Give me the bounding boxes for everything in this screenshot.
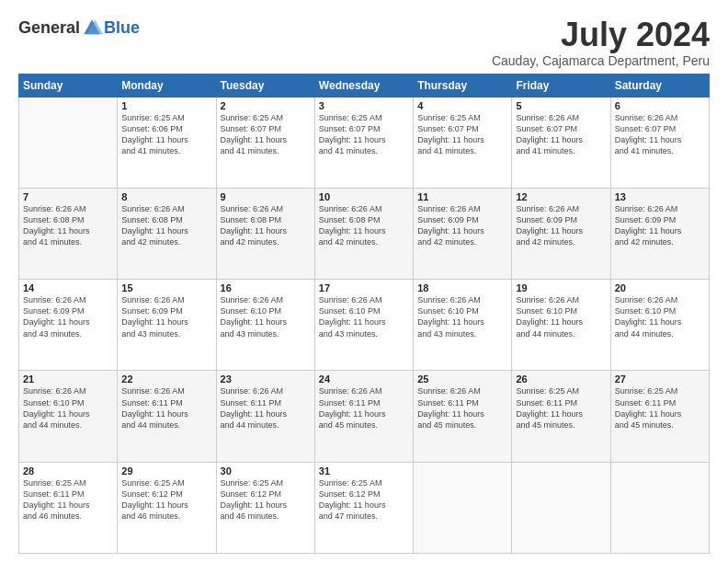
day-info: Sunrise: 6:26 AM Sunset: 6:08 PM Dayligh… [121, 203, 211, 248]
day-number: 29 [121, 465, 211, 477]
col-header-thursday: Thursday [414, 74, 512, 97]
week-row-5: 28Sunrise: 6:25 AM Sunset: 6:11 PM Dayli… [19, 462, 710, 553]
day-info: Sunrise: 6:26 AM Sunset: 6:09 PM Dayligh… [615, 203, 705, 248]
day-info: Sunrise: 6:26 AM Sunset: 6:11 PM Dayligh… [221, 385, 311, 431]
day-info: Sunrise: 6:25 AM Sunset: 6:06 PM Dayligh… [121, 112, 211, 157]
day-cell: 9Sunrise: 6:26 AM Sunset: 6:08 PM Daylig… [216, 188, 314, 279]
day-number: 3 [319, 100, 409, 111]
day-number: 17 [319, 282, 409, 293]
day-cell: 29Sunrise: 6:25 AM Sunset: 6:12 PM Dayli… [118, 462, 216, 553]
day-cell: 31Sunrise: 6:25 AM Sunset: 6:12 PM Dayli… [314, 462, 413, 553]
day-cell: 19Sunrise: 6:26 AM Sunset: 6:10 PM Dayli… [512, 280, 610, 371]
day-info: Sunrise: 6:25 AM Sunset: 6:12 PM Dayligh… [221, 477, 311, 523]
day-cell: 1Sunrise: 6:25 AM Sunset: 6:06 PM Daylig… [118, 97, 216, 188]
day-cell [512, 462, 610, 553]
day-info: Sunrise: 6:26 AM Sunset: 6:10 PM Dayligh… [319, 294, 409, 339]
day-number: 23 [221, 373, 311, 385]
col-header-sunday: Sunday [19, 74, 118, 97]
day-info: Sunrise: 6:26 AM Sunset: 6:10 PM Dayligh… [615, 294, 705, 339]
day-number: 22 [121, 373, 211, 385]
day-info: Sunrise: 6:26 AM Sunset: 6:08 PM Dayligh… [319, 203, 409, 248]
day-info: Sunrise: 6:26 AM Sunset: 6:09 PM Dayligh… [417, 203, 507, 248]
day-number: 4 [417, 100, 507, 111]
day-info: Sunrise: 6:26 AM Sunset: 6:10 PM Dayligh… [417, 294, 507, 339]
day-cell: 12Sunrise: 6:26 AM Sunset: 6:09 PM Dayli… [512, 188, 610, 279]
day-cell: 8Sunrise: 6:26 AM Sunset: 6:08 PM Daylig… [118, 188, 216, 279]
day-info: Sunrise: 6:25 AM Sunset: 6:11 PM Dayligh… [615, 385, 705, 431]
day-cell: 20Sunrise: 6:26 AM Sunset: 6:10 PM Dayli… [610, 280, 709, 371]
day-number: 18 [417, 282, 507, 293]
day-cell: 11Sunrise: 6:26 AM Sunset: 6:09 PM Dayli… [414, 188, 512, 279]
day-info: Sunrise: 6:26 AM Sunset: 6:09 PM Dayligh… [121, 294, 211, 339]
day-info: Sunrise: 6:26 AM Sunset: 6:09 PM Dayligh… [516, 203, 606, 248]
logo-blue: Blue [104, 18, 140, 38]
day-info: Sunrise: 6:26 AM Sunset: 6:11 PM Dayligh… [319, 385, 409, 431]
week-row-1: 1Sunrise: 6:25 AM Sunset: 6:06 PM Daylig… [19, 97, 710, 188]
day-info: Sunrise: 6:26 AM Sunset: 6:07 PM Dayligh… [615, 112, 705, 157]
day-info: Sunrise: 6:26 AM Sunset: 6:10 PM Dayligh… [516, 294, 606, 339]
month-title: July 2024 [492, 17, 710, 53]
day-number: 26 [516, 373, 606, 385]
col-header-monday: Monday [118, 74, 216, 97]
day-number: 10 [319, 191, 409, 202]
day-number: 20 [615, 282, 705, 293]
day-info: Sunrise: 6:25 AM Sunset: 6:11 PM Dayligh… [23, 477, 113, 523]
day-number: 16 [221, 282, 311, 293]
day-info: Sunrise: 6:25 AM Sunset: 6:11 PM Dayligh… [516, 385, 606, 431]
logo-general: General [18, 18, 80, 38]
day-cell [19, 97, 118, 188]
day-number: 12 [516, 191, 606, 202]
week-row-4: 21Sunrise: 6:26 AM Sunset: 6:10 PM Dayli… [19, 371, 710, 462]
calendar-table: SundayMondayTuesdayWednesdayThursdayFrid… [18, 74, 710, 554]
day-number: 15 [121, 282, 211, 293]
day-cell: 30Sunrise: 6:25 AM Sunset: 6:12 PM Dayli… [216, 462, 314, 553]
day-number: 28 [23, 465, 113, 477]
day-cell: 4Sunrise: 6:25 AM Sunset: 6:07 PM Daylig… [414, 97, 512, 188]
day-info: Sunrise: 6:25 AM Sunset: 6:07 PM Dayligh… [221, 112, 311, 157]
day-number: 30 [221, 465, 311, 477]
day-cell: 2Sunrise: 6:25 AM Sunset: 6:07 PM Daylig… [216, 97, 314, 188]
day-number: 25 [417, 373, 507, 385]
day-info: Sunrise: 6:26 AM Sunset: 6:08 PM Dayligh… [23, 203, 113, 248]
day-number: 19 [516, 282, 606, 293]
day-info: Sunrise: 6:26 AM Sunset: 6:08 PM Dayligh… [221, 203, 311, 248]
day-info: Sunrise: 6:26 AM Sunset: 6:07 PM Dayligh… [516, 112, 606, 157]
location: Cauday, Cajamarca Department, Peru [492, 53, 710, 68]
day-cell: 27Sunrise: 6:25 AM Sunset: 6:11 PM Dayli… [610, 371, 709, 462]
day-cell: 13Sunrise: 6:26 AM Sunset: 6:09 PM Dayli… [610, 188, 709, 279]
header-row: SundayMondayTuesdayWednesdayThursdayFrid… [19, 74, 710, 97]
week-row-3: 14Sunrise: 6:26 AM Sunset: 6:09 PM Dayli… [19, 280, 710, 371]
day-cell: 6Sunrise: 6:26 AM Sunset: 6:07 PM Daylig… [610, 97, 709, 188]
day-cell: 17Sunrise: 6:26 AM Sunset: 6:10 PM Dayli… [314, 280, 413, 371]
day-cell [610, 462, 709, 553]
day-info: Sunrise: 6:25 AM Sunset: 6:12 PM Dayligh… [121, 477, 211, 523]
day-cell: 23Sunrise: 6:26 AM Sunset: 6:11 PM Dayli… [216, 371, 314, 462]
day-cell: 15Sunrise: 6:26 AM Sunset: 6:09 PM Dayli… [118, 280, 216, 371]
header: General Blue July 2024 Cauday, Cajamarca… [18, 17, 710, 68]
day-number: 14 [23, 282, 113, 293]
col-header-friday: Friday [512, 74, 610, 97]
day-cell: 24Sunrise: 6:26 AM Sunset: 6:11 PM Dayli… [314, 371, 413, 462]
day-info: Sunrise: 6:25 AM Sunset: 6:07 PM Dayligh… [319, 112, 409, 157]
day-number: 13 [615, 191, 705, 202]
day-number: 6 [615, 100, 705, 111]
day-cell: 22Sunrise: 6:26 AM Sunset: 6:11 PM Dayli… [118, 371, 216, 462]
week-row-2: 7Sunrise: 6:26 AM Sunset: 6:08 PM Daylig… [19, 188, 710, 279]
day-info: Sunrise: 6:26 AM Sunset: 6:11 PM Dayligh… [417, 385, 507, 431]
day-number: 1 [121, 100, 211, 111]
logo-icon [81, 17, 103, 39]
day-cell: 16Sunrise: 6:26 AM Sunset: 6:10 PM Dayli… [216, 280, 314, 371]
day-cell: 14Sunrise: 6:26 AM Sunset: 6:09 PM Dayli… [19, 280, 118, 371]
page: General Blue July 2024 Cauday, Cajamarca… [0, 0, 728, 563]
day-number: 8 [121, 191, 211, 202]
col-header-saturday: Saturday [610, 74, 709, 97]
day-info: Sunrise: 6:26 AM Sunset: 6:11 PM Dayligh… [121, 385, 211, 431]
title-area: July 2024 Cauday, Cajamarca Department, … [492, 17, 710, 68]
day-number: 11 [417, 191, 507, 202]
day-cell: 25Sunrise: 6:26 AM Sunset: 6:11 PM Dayli… [414, 371, 512, 462]
day-cell: 10Sunrise: 6:26 AM Sunset: 6:08 PM Dayli… [314, 188, 413, 279]
day-number: 7 [23, 191, 113, 202]
day-number: 9 [221, 191, 311, 202]
day-cell: 5Sunrise: 6:26 AM Sunset: 6:07 PM Daylig… [512, 97, 610, 188]
day-cell: 18Sunrise: 6:26 AM Sunset: 6:10 PM Dayli… [414, 280, 512, 371]
